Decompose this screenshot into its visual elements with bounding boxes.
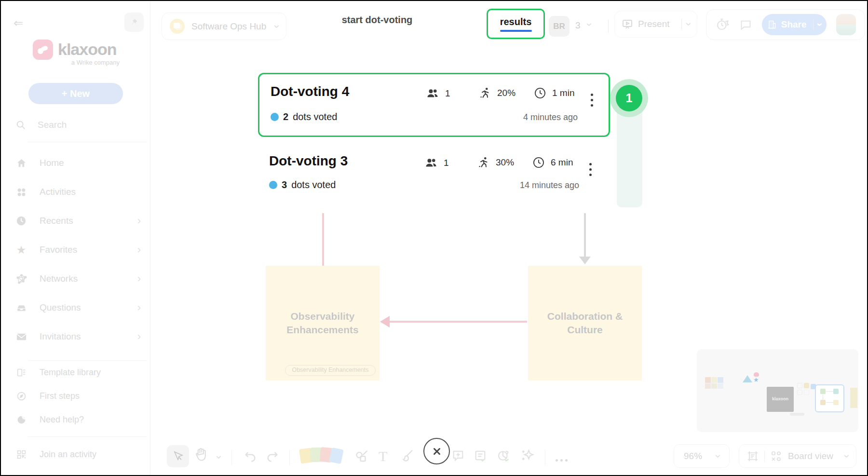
duration-stat: 6 min bbox=[532, 156, 573, 169]
chevron-down-icon[interactable]: › bbox=[814, 23, 825, 26]
organization-icon bbox=[767, 20, 777, 29]
divider bbox=[764, 450, 765, 462]
topbar-right-group: Share › bbox=[706, 9, 865, 40]
sidebar-item-label: Recents bbox=[40, 216, 125, 226]
frame-icon bbox=[747, 450, 759, 462]
ai-sparkle-tool-button[interactable] bbox=[520, 448, 535, 462]
duration-stat: 1 min bbox=[534, 87, 574, 99]
sidebar-item-label: Invitations bbox=[40, 331, 125, 342]
chat-icon[interactable] bbox=[739, 18, 752, 31]
dot-voting-card-4[interactable]: Dot-voting 4 1 20% 1 min 2 dots voted 4 … bbox=[258, 73, 610, 137]
tab-results-label: results bbox=[500, 16, 532, 27]
search-input[interactable]: Search bbox=[15, 120, 67, 130]
red-arrowhead-left bbox=[380, 316, 390, 327]
divider bbox=[545, 450, 545, 465]
board-switcher[interactable]: Software Ops Hub › bbox=[162, 13, 286, 40]
runner-icon bbox=[477, 156, 490, 169]
dots-voted-row: 3 dots voted bbox=[269, 179, 336, 190]
divider bbox=[289, 450, 290, 465]
divider bbox=[608, 20, 609, 33]
minimap-table-thumb bbox=[705, 377, 723, 389]
pin-sidebar-button[interactable] bbox=[124, 13, 144, 32]
sidebar-item-networks[interactable]: Networks › bbox=[15, 269, 141, 288]
card-menu-button[interactable] bbox=[589, 163, 592, 179]
minimap-yellow-thumb bbox=[850, 388, 857, 408]
present-button[interactable]: Present › bbox=[614, 11, 697, 38]
hand-tool-button[interactable] bbox=[194, 447, 208, 462]
sidebar-item-need-help[interactable]: Need help? bbox=[15, 410, 141, 429]
view-switcher[interactable]: Board view › bbox=[739, 444, 856, 468]
zoom-control[interactable]: 96% › bbox=[674, 444, 730, 468]
clock-icon bbox=[534, 87, 546, 99]
dot-voting-card-3[interactable]: Dot-voting 3 1 30% 6 min 3 dots voted 14… bbox=[258, 144, 610, 202]
divider bbox=[28, 360, 147, 361]
sticky-note-blue-tool[interactable] bbox=[329, 448, 344, 464]
sidebar-item-recents[interactable]: Recents › bbox=[15, 211, 141, 231]
star-icon: ★ bbox=[15, 244, 27, 256]
minimap-viewport[interactable] bbox=[815, 384, 844, 412]
help-icon bbox=[15, 414, 27, 425]
chevron-down-icon[interactable]: › bbox=[683, 22, 693, 26]
tab-start-dot-voting[interactable]: start dot-voting bbox=[334, 14, 420, 26]
card-menu-button[interactable] bbox=[591, 94, 594, 109]
sidebar-item-label: Home bbox=[40, 158, 141, 168]
close-tour-button[interactable] bbox=[423, 438, 450, 464]
klaxoon-logo[interactable]: klaxoon bbox=[33, 40, 116, 60]
sticky-note-collaboration[interactable]: Collaboration & Culture bbox=[528, 266, 642, 381]
more-tools-button[interactable] bbox=[556, 455, 570, 463]
people-icon bbox=[426, 87, 439, 100]
tab-results-highlight[interactable]: results bbox=[487, 9, 545, 39]
participant-avatar-br[interactable]: BR bbox=[549, 16, 570, 37]
minimap[interactable]: ★ klaxoon bbox=[697, 349, 858, 432]
collapse-sidebar-icon[interactable]: ⇐ bbox=[14, 16, 23, 30]
sidebar-item-template-library[interactable]: Template library bbox=[15, 363, 141, 382]
text-tool-button[interactable]: T bbox=[379, 448, 387, 464]
home-icon bbox=[15, 157, 27, 169]
gray-arrowhead-down bbox=[579, 257, 591, 264]
redo-button[interactable] bbox=[266, 449, 279, 462]
user-avatar[interactable] bbox=[836, 14, 856, 35]
sticky-note-observability[interactable]: Observability Enhancements Observability… bbox=[266, 266, 380, 381]
sidebar-item-favorites[interactable]: ★ Favorites › bbox=[15, 240, 141, 259]
minimap-star-shape: ★ bbox=[753, 376, 759, 383]
present-icon bbox=[622, 18, 633, 30]
shapes-tool-button[interactable] bbox=[354, 449, 369, 463]
sidebar-item-questions[interactable]: Questions › bbox=[15, 298, 141, 317]
sidebar-item-label: Networks bbox=[40, 273, 125, 284]
chevron-down-icon[interactable]: › bbox=[584, 23, 595, 26]
klaxoon-logo-icon bbox=[33, 40, 53, 60]
divider bbox=[813, 19, 814, 30]
chart-tool-button[interactable] bbox=[497, 449, 510, 462]
chevron-right-icon: › bbox=[137, 331, 141, 342]
sidebar-item-activities[interactable]: Activities bbox=[15, 182, 141, 202]
card-title: Dot-voting 4 bbox=[271, 84, 349, 99]
sidebar-item-label: Questions bbox=[40, 302, 125, 313]
divider bbox=[681, 19, 682, 29]
undo-button[interactable] bbox=[244, 449, 257, 462]
sidebar-item-join-activity[interactable]: Join an activity bbox=[15, 445, 141, 464]
share-button[interactable]: Share › bbox=[762, 14, 827, 35]
minimap-triangle-shape bbox=[743, 375, 752, 382]
board-view-icon bbox=[771, 450, 782, 462]
note-tool-button[interactable] bbox=[474, 449, 487, 462]
compass-icon bbox=[15, 390, 27, 402]
sidebar-item-home[interactable]: Home bbox=[15, 153, 141, 173]
select-tool-button[interactable] bbox=[167, 445, 189, 467]
active-tab-underline bbox=[500, 30, 532, 32]
new-button[interactable]: + New bbox=[28, 83, 123, 104]
timer-icon[interactable] bbox=[715, 17, 730, 32]
chevron-down-icon: › bbox=[271, 25, 282, 28]
chevron-right-icon: › bbox=[137, 273, 141, 284]
dots-label: dots voted bbox=[293, 111, 337, 122]
tour-step-badge[interactable]: 1 bbox=[610, 79, 648, 117]
brush-tool-button[interactable] bbox=[400, 449, 415, 463]
recents-icon bbox=[15, 215, 27, 227]
chevron-down-icon[interactable]: › bbox=[214, 455, 224, 459]
divider bbox=[231, 450, 232, 465]
sidebar-item-first-steps[interactable]: First steps bbox=[15, 386, 141, 406]
comment-tool-button[interactable] bbox=[451, 449, 465, 462]
vote-dot-icon bbox=[269, 181, 277, 189]
participants-value: 1 bbox=[444, 158, 449, 168]
duration-value: 1 min bbox=[552, 88, 574, 98]
sidebar-item-invitations[interactable]: Invitations › bbox=[15, 327, 141, 346]
